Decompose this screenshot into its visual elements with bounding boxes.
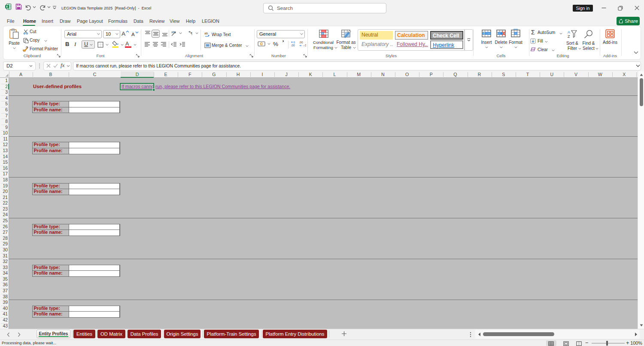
svg-text:¶: ¶ <box>191 31 192 36</box>
svg-text:.00: .00 <box>291 44 295 47</box>
svg-text:Z: Z <box>568 34 570 39</box>
svg-text:ab: ab <box>204 31 208 35</box>
svg-text:ab: ab <box>171 31 175 34</box>
svg-text:0: 0 <box>294 41 295 44</box>
svg-text:A: A <box>568 30 570 34</box>
svg-text:.00: .00 <box>299 41 303 44</box>
